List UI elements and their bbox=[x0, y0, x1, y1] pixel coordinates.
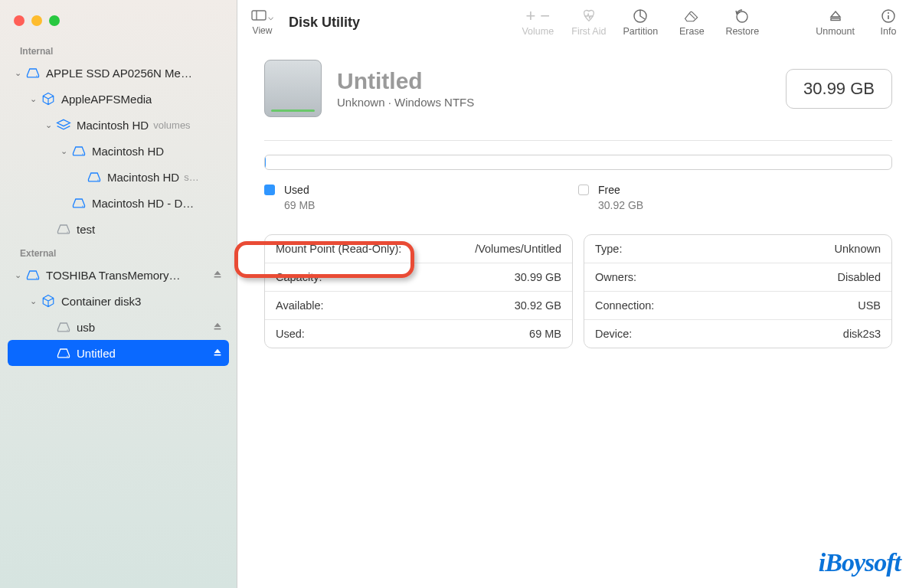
info-row-key: Mount Point (Read-Only): bbox=[276, 243, 401, 255]
disclosure-chevron-icon[interactable]: ⌄ bbox=[12, 270, 23, 280]
info-row-key: Device: bbox=[595, 328, 632, 340]
content-area: Untitled Unknown · Windows NTFS 30.99 GB… bbox=[237, 44, 919, 588]
free-label: Free bbox=[598, 184, 620, 196]
view-label: View bbox=[253, 25, 273, 36]
info-row-key: Used: bbox=[276, 328, 305, 340]
info-box-right: Type:UnknownOwners:DisabledConnection:US… bbox=[584, 234, 892, 348]
disk-icon bbox=[25, 267, 41, 283]
sidebar-item[interactable]: ⌄AppleAPFSMedia bbox=[8, 86, 229, 112]
info-row-key: Available: bbox=[276, 299, 324, 312]
svg-point-15 bbox=[888, 12, 889, 14]
sidebar-section-header: Internal bbox=[8, 43, 229, 60]
sidebar-item[interactable]: usb bbox=[8, 314, 229, 340]
info-row: Connection:USB bbox=[584, 292, 891, 320]
volume-icon: +− bbox=[525, 8, 550, 24]
disclosure-chevron-icon[interactable]: ⌄ bbox=[28, 296, 38, 306]
sidebar-item-label: Macintosh HD bbox=[77, 119, 149, 132]
info-row-value: 69 MB bbox=[529, 328, 561, 340]
info-row-key: Type: bbox=[595, 243, 622, 255]
info-icon bbox=[881, 8, 896, 24]
free-value: 30.92 GB bbox=[598, 199, 892, 211]
first-aid-icon bbox=[581, 8, 597, 24]
toolbar-partition-button[interactable]: Partition bbox=[623, 8, 658, 37]
view-menu-button[interactable]: ⌵ View bbox=[251, 9, 273, 36]
window-controls bbox=[0, 6, 237, 40]
app-title: Disk Utility bbox=[289, 15, 360, 31]
toolbar: ⌵ View Disk Utility +−VolumeFirst AidPar… bbox=[237, 0, 919, 44]
svg-point-5 bbox=[36, 278, 37, 279]
restore-icon bbox=[734, 8, 750, 24]
info-row-key: Capacity: bbox=[276, 271, 322, 283]
info-row-key: Owners: bbox=[595, 271, 636, 283]
info-row-value: Disabled bbox=[838, 271, 881, 283]
sidebar-item-label: Macintosh HD bbox=[107, 171, 179, 184]
info-box-left: Mount Point (Read-Only):/Volumes/Untitle… bbox=[264, 234, 573, 348]
sidebar-item[interactable]: Macintosh HD - D… bbox=[8, 190, 229, 216]
disclosure-chevron-icon[interactable]: ⌄ bbox=[28, 94, 38, 104]
close-window-button[interactable] bbox=[14, 15, 25, 26]
disk-icon bbox=[55, 319, 72, 335]
sidebar-item[interactable]: Macintosh HDs… bbox=[8, 164, 229, 190]
unmount-icon bbox=[829, 8, 842, 24]
svg-rect-8 bbox=[252, 11, 266, 20]
main-panel: ⌵ View Disk Utility +−VolumeFirst AidPar… bbox=[237, 0, 919, 588]
disclosure-chevron-icon[interactable]: ⌄ bbox=[43, 120, 54, 130]
info-row-key: Connection: bbox=[595, 299, 654, 312]
fullscreen-window-button[interactable] bbox=[49, 15, 60, 26]
free-swatch bbox=[578, 185, 589, 195]
sidebar-item[interactable]: Untitled bbox=[8, 340, 229, 366]
usage-bar-used bbox=[265, 155, 266, 169]
disk-icon bbox=[70, 195, 87, 211]
disclosure-chevron-icon[interactable]: ⌄ bbox=[12, 68, 23, 78]
disclosure-chevron-icon[interactable]: ⌄ bbox=[58, 146, 69, 156]
info-row-value: 30.99 GB bbox=[515, 271, 561, 283]
info-row: Type:Unknown bbox=[584, 235, 891, 263]
used-swatch bbox=[264, 185, 275, 195]
toolbar-volume-button: +−Volume bbox=[521, 8, 554, 37]
sidebar-item-label: APPLE SSD AP0256N Me… bbox=[46, 67, 192, 80]
toolbar-item-label: Info bbox=[881, 26, 897, 37]
info-grid: Mount Point (Read-Only):/Volumes/Untitle… bbox=[264, 234, 892, 348]
svg-point-0 bbox=[36, 76, 37, 77]
sidebar-item[interactable]: ⌄APPLE SSD AP0256N Me… bbox=[8, 60, 229, 86]
info-row: Mount Point (Read-Only):/Volumes/Untitle… bbox=[265, 235, 572, 263]
usage-bar bbox=[264, 155, 892, 170]
partition-icon bbox=[633, 8, 648, 24]
sidebar-item-label: Macintosh HD bbox=[92, 145, 164, 158]
sidebar-item-label: Untitled bbox=[77, 347, 116, 360]
volume-size-badge: 30.99 GB bbox=[786, 69, 892, 109]
toolbar-unmount-button[interactable]: Unmount bbox=[816, 8, 855, 37]
sidebar-item-label: Macintosh HD - D… bbox=[92, 197, 194, 210]
toolbar-first-aid-button: First Aid bbox=[571, 8, 606, 37]
sidebar-item[interactable]: ⌄Container disk3 bbox=[8, 288, 229, 314]
info-row: Owners:Disabled bbox=[584, 263, 891, 292]
info-row: Used:69 MB bbox=[265, 320, 572, 348]
toolbar-info-button[interactable]: Info bbox=[872, 8, 905, 37]
sidebar-item-suffix: s… bbox=[184, 172, 199, 183]
sidebar-item[interactable]: test bbox=[8, 216, 229, 242]
toolbar-restore-button[interactable]: Restore bbox=[725, 8, 759, 37]
svg-point-6 bbox=[67, 330, 67, 331]
sidebar-item[interactable]: ⌄Macintosh HD bbox=[8, 138, 229, 164]
sidebar-item[interactable]: ⌄Macintosh HDvolumes bbox=[8, 112, 229, 138]
sidebar-item[interactable]: ⌄TOSHIBA TransMemory… bbox=[8, 262, 229, 288]
toolbar-item-label: Volume bbox=[522, 26, 554, 37]
disk-icon bbox=[86, 169, 103, 185]
minimize-window-button[interactable] bbox=[31, 15, 42, 26]
sidebar-item-label: usb bbox=[77, 321, 95, 334]
toolbar-item-label: Erase bbox=[679, 26, 705, 37]
toolbar-item-label: Unmount bbox=[816, 26, 855, 37]
svg-point-4 bbox=[67, 232, 67, 233]
chevron-down-icon: ⌵ bbox=[268, 11, 273, 22]
eject-icon[interactable] bbox=[212, 269, 223, 282]
toolbar-erase-button[interactable]: Erase bbox=[675, 8, 708, 37]
sidebar-item-label: TOSHIBA TransMemory… bbox=[46, 269, 181, 282]
volume-subtitle: Unknown · Windows NTFS bbox=[337, 96, 474, 109]
volume-name: Untitled bbox=[337, 68, 474, 94]
eject-icon[interactable] bbox=[212, 321, 223, 334]
eject-icon[interactable] bbox=[212, 347, 223, 360]
sidebar-item-label: Container disk3 bbox=[61, 295, 141, 308]
cube-icon bbox=[40, 293, 57, 309]
used-label: Used bbox=[284, 184, 309, 196]
disk-icon bbox=[25, 65, 41, 80]
